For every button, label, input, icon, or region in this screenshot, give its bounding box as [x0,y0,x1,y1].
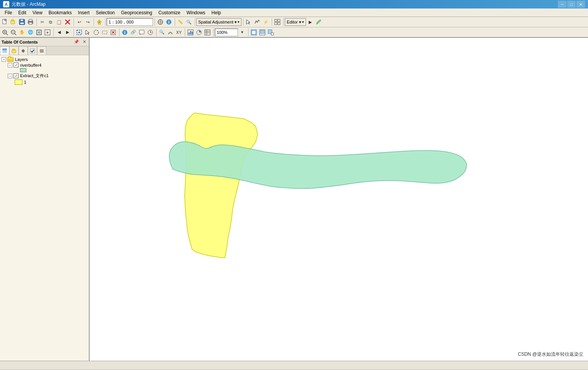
toolbar-row-2: ✋ 🌐 + ◀ ▶ i 🔗 [0,27,588,37]
globe-button[interactable]: 🌐 [26,28,35,37]
layer-extract[interactable]: − ✓ Extract_文件c1 [0,73,89,79]
layers-expand-icon[interactable]: − [2,57,6,62]
close-button[interactable]: ✕ [576,1,585,8]
undo-button[interactable]: ↩ [75,18,83,26]
hyperlink-button[interactable]: 🔗 [129,28,138,37]
layers-group[interactable]: − Layers [0,57,89,62]
measure-button[interactable]: 📏 [176,18,185,26]
paste-button[interactable]: 📋 [55,18,63,26]
menu-edit[interactable]: Edit [15,9,29,16]
toc-close-button[interactable]: ✕ [81,39,87,45]
map-canvas[interactable]: CSDN @逆水如流年轻往返染尘 [90,38,588,361]
layer-riverbuffer4[interactable]: − ✓ riverbuffer4 [0,62,89,68]
svg-rect-21 [278,19,280,22]
selection-graph-btn[interactable] [186,28,195,37]
select-circle-button[interactable] [92,28,100,37]
zoom-in-button[interactable] [1,28,9,37]
select-arrow-button[interactable] [83,28,92,37]
copy-button[interactable]: ⧉ [46,18,55,26]
menu-file[interactable]: File [2,9,15,16]
zoom-out-button[interactable] [9,28,18,37]
editor-tool-1[interactable]: ▶ [306,18,314,26]
find-route-button[interactable] [166,28,175,37]
svg-rect-5 [20,19,23,21]
open-button[interactable] [9,18,18,26]
menu-customize[interactable]: Customize [155,9,184,16]
add-data-button[interactable]: + [95,18,104,26]
overview-window-button[interactable] [267,28,275,37]
menu-selection[interactable]: Selection [93,9,118,16]
forward-button[interactable]: ▶ [63,28,72,37]
menu-insert[interactable]: Insert [75,9,93,16]
delete-button[interactable] [63,18,72,26]
layer1-expand-icon[interactable]: − [8,63,12,68]
save-button[interactable] [18,18,26,26]
toc-pin-button[interactable]: 📌 [73,39,80,45]
toc-controls[interactable]: 📌 ✕ [73,39,87,45]
toc-tab-visibility[interactable] [19,46,28,55]
layer2-checkbox[interactable]: ✓ [14,73,19,78]
extract-sublayer: 1 [0,79,89,85]
window-controls[interactable]: ─ □ ✕ [558,1,585,8]
menu-help[interactable]: Help [208,9,224,16]
clear-select-button[interactable] [109,28,117,37]
identify-btn2[interactable]: i [121,28,129,37]
separator-r2-7 [248,29,248,36]
svg-rect-23 [278,22,280,25]
menu-bookmarks[interactable]: Bookmarks [46,9,75,16]
minimize-button[interactable]: ─ [558,1,566,8]
full-extent-button[interactable] [35,28,43,37]
layer2-expand-icon[interactable]: − [8,74,12,78]
find-button[interactable]: 🔍 [185,18,193,26]
svg-rect-60 [252,30,256,34]
svg-rect-53 [192,32,193,34]
editor-tool-2[interactable] [314,18,323,26]
svg-marker-19 [246,20,250,24]
selection-graph-btn2[interactable] [195,28,203,37]
layer1-checkbox[interactable]: ✓ [14,63,19,68]
go-to-xy-button[interactable]: XY [175,28,183,37]
html-popup-button[interactable] [138,28,146,37]
svg-rect-52 [190,31,191,34]
editor-button[interactable]: Editor ▾ [285,18,306,26]
zoom-full-extent[interactable] [156,18,165,26]
menu-bar: File Edit View Bookmarks Insert Selectio… [0,8,588,17]
toc-tab-source[interactable] [9,46,19,55]
redo-button[interactable]: ↪ [83,18,92,26]
toc-tab-selection[interactable] [28,46,37,55]
separator-7 [194,18,195,26]
data-view-button[interactable] [250,28,258,37]
scale-input[interactable]: 1：100，000 [107,18,153,26]
layers-folder-icon [7,57,14,62]
cut-button[interactable]: ✂ [38,18,46,26]
zoom-percent-input[interactable]: 100% [215,29,238,36]
svg-rect-20 [275,19,277,22]
pan-button[interactable]: ✋ [18,28,26,37]
select-tool[interactable] [245,18,253,26]
find-btn2[interactable]: 🔍 [158,28,166,37]
back-button[interactable]: ◀ [55,28,63,37]
menu-geoprocessing[interactable]: Geoprocessing [118,9,155,16]
toc-tabs [0,46,89,55]
toc-tab-list[interactable] [0,46,9,55]
select-rect-button[interactable] [100,28,109,37]
title-text: 元数据 - ArcMap [12,1,46,8]
layout-view-button[interactable] [258,28,267,37]
grid-button-1[interactable] [273,18,282,26]
trace-tool[interactable]: ⚡ [262,18,270,26]
time-slider-button[interactable] [146,28,155,37]
watermark: CSDN @逆水如流年轻往返染尘 [518,351,583,358]
identify-button[interactable]: i [165,18,173,26]
attribute-table-button[interactable] [203,28,212,37]
select-features-button[interactable] [75,28,83,37]
edit-vertices-tool[interactable] [253,18,262,26]
print-button[interactable] [26,18,35,26]
maximize-button[interactable]: □ [567,1,576,8]
menu-view[interactable]: View [29,9,46,16]
toc-options-button[interactable] [37,46,46,55]
zoom-dropdown[interactable]: ▾ [238,28,246,37]
fixed-zoom-in-button[interactable]: + [43,28,52,37]
menu-windows[interactable]: Windows [184,9,209,16]
new-button[interactable] [1,18,9,26]
spatial-adjustment-button[interactable]: Spatial Adjustment ▾ [196,18,241,26]
